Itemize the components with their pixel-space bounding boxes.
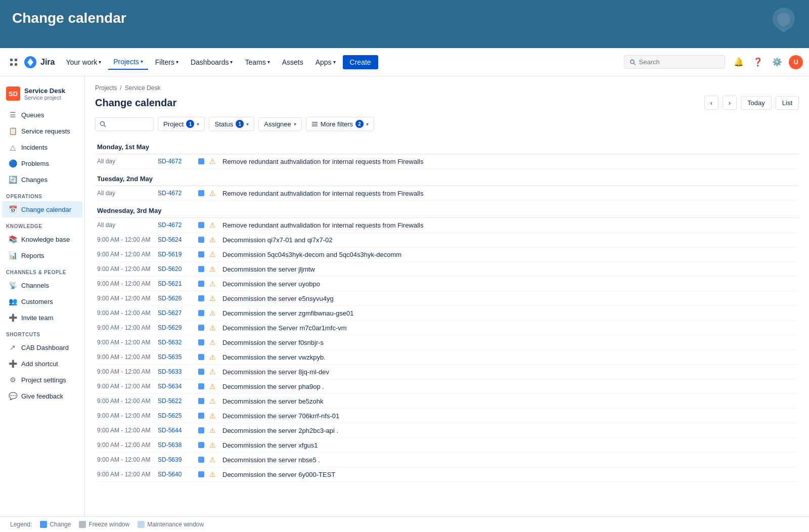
sidebar-item-channels[interactable]: 📡 Channels bbox=[2, 277, 82, 293]
event-time: 9:00 AM - 12:00 AM bbox=[97, 397, 153, 405]
ticket-id[interactable]: SD-5621 bbox=[158, 280, 193, 287]
calendar-row[interactable]: 9:00 AM - 12:00 AMSD-5622⚠Decommission t… bbox=[95, 394, 799, 409]
ticket-id[interactable]: SD-5619 bbox=[158, 251, 193, 258]
ticket-id[interactable]: SD-4672 bbox=[158, 221, 193, 229]
filter-search-icon bbox=[100, 121, 106, 127]
ticket-id[interactable]: SD-5632 bbox=[158, 339, 193, 346]
more-filters[interactable]: More filters 2 ▾ bbox=[306, 117, 374, 131]
nav-your-work[interactable]: Your work ▾ bbox=[61, 55, 106, 69]
sidebar-item-problems[interactable]: 🔵 Problems bbox=[2, 155, 82, 171]
assignee-filter[interactable]: Assignee ▾ bbox=[258, 117, 301, 131]
ticket-id[interactable]: SD-5634 bbox=[158, 383, 193, 390]
calendar-row[interactable]: All daySD-4672⚠Remove redundant authvali… bbox=[95, 218, 799, 233]
settings-button[interactable]: ⚙️ bbox=[770, 55, 785, 70]
sidebar-item-change-calendar[interactable]: 📅 Change calendar bbox=[2, 201, 82, 217]
sidebar-item-queues[interactable]: ☰ Queues bbox=[2, 107, 82, 123]
calendar-row[interactable]: 9:00 AM - 12:00 AMSD-5638⚠Decommission t… bbox=[95, 438, 799, 453]
search-input[interactable] bbox=[639, 58, 720, 66]
notifications-button[interactable]: 🔔 bbox=[731, 55, 746, 70]
warning-icon: ⚠ bbox=[209, 441, 217, 449]
sidebar-item-cab-dashboard[interactable]: ↗ CAB Dashboard bbox=[2, 339, 82, 356]
ticket-id[interactable]: SD-5627 bbox=[158, 309, 193, 317]
calendar-row[interactable]: 9:00 AM - 12:00 AMSD-5640⚠Decommission t… bbox=[95, 467, 799, 482]
calendar-row[interactable]: 9:00 AM - 12:00 AMSD-5635⚠Decommission t… bbox=[95, 350, 799, 365]
ticket-id[interactable]: SD-5638 bbox=[158, 441, 193, 449]
sidebar-item-incidents[interactable]: △ Incidents bbox=[2, 139, 82, 155]
more-filters-chevron: ▾ bbox=[366, 121, 369, 127]
prev-button[interactable]: ‹ bbox=[704, 96, 718, 110]
event-time: 9:00 AM - 12:00 AM bbox=[97, 412, 153, 419]
ticket-id[interactable]: SD-5629 bbox=[158, 324, 193, 331]
calendar-row[interactable]: 9:00 AM - 12:00 AMSD-5620⚠Decommission t… bbox=[95, 262, 799, 277]
calendar-row[interactable]: 9:00 AM - 12:00 AMSD-5639⚠Decommission t… bbox=[95, 453, 799, 467]
ticket-id[interactable]: SD-4672 bbox=[158, 190, 193, 197]
sidebar-item-invite-team[interactable]: ➕ Invite team bbox=[2, 309, 82, 326]
sidebar-item-add-shortcut[interactable]: ➕ Add shortcut bbox=[2, 356, 82, 372]
search-box[interactable] bbox=[624, 55, 725, 69]
event-title: Decommission the server nbse5 . bbox=[222, 456, 797, 464]
calendar-row[interactable]: 9:00 AM - 12:00 AMSD-5629⚠Decommission t… bbox=[95, 321, 799, 335]
filter-search-box[interactable] bbox=[95, 117, 154, 131]
calendar-row[interactable]: 9:00 AM - 12:00 AMSD-5624⚠Decommission q… bbox=[95, 233, 799, 247]
ticket-id[interactable]: SD-5626 bbox=[158, 295, 193, 302]
calendar-row[interactable]: 9:00 AM - 12:00 AMSD-5627⚠Decommission t… bbox=[95, 306, 799, 321]
calendar-row[interactable]: 9:00 AM - 12:00 AMSD-5625⚠Decommission t… bbox=[95, 409, 799, 423]
create-button[interactable]: Create bbox=[343, 55, 378, 69]
grid-icon[interactable] bbox=[6, 55, 21, 70]
ticket-id[interactable]: SD-5622 bbox=[158, 397, 193, 405]
calendar-row[interactable]: 9:00 AM - 12:00 AMSD-5633⚠Decommission t… bbox=[95, 365, 799, 379]
event-color-dot bbox=[198, 325, 204, 331]
event-color-dot bbox=[198, 354, 204, 360]
today-button[interactable]: Today bbox=[741, 96, 772, 110]
project-icon: SD bbox=[6, 86, 20, 101]
project-filter[interactable]: Project 1 ▾ bbox=[158, 117, 205, 131]
nav-projects[interactable]: Projects ▾ bbox=[108, 55, 148, 70]
ticket-id[interactable]: SD-5644 bbox=[158, 427, 193, 434]
nav-assets[interactable]: Assets bbox=[277, 55, 308, 69]
calendar-row[interactable]: 9:00 AM - 12:00 AMSD-5634⚠Decommission t… bbox=[95, 379, 799, 394]
more-filters-icon bbox=[311, 121, 318, 127]
user-avatar[interactable]: U bbox=[789, 55, 803, 69]
nav-logo[interactable]: Jira bbox=[23, 55, 55, 69]
calendar-row[interactable]: 9:00 AM - 12:00 AMSD-5626⚠Decommission t… bbox=[95, 291, 799, 306]
warning-icon: ⚠ bbox=[209, 353, 217, 361]
ticket-id[interactable]: SD-5635 bbox=[158, 353, 193, 361]
nav-apps[interactable]: Apps ▾ bbox=[310, 55, 341, 69]
ticket-id[interactable]: SD-5624 bbox=[158, 236, 193, 243]
nav-dashboards[interactable]: Dashboards ▾ bbox=[186, 55, 238, 69]
next-button[interactable]: › bbox=[723, 96, 737, 110]
calendar-row[interactable]: 9:00 AM - 12:00 AMSD-5619⚠Decommission 5… bbox=[95, 247, 799, 262]
sidebar-item-reports[interactable]: 📊 Reports bbox=[2, 247, 82, 263]
sidebar-item-changes[interactable]: 🔄 Changes bbox=[2, 171, 82, 188]
sidebar-item-knowledge-base[interactable]: 📚 Knowledge base bbox=[2, 231, 82, 247]
filter-search-input[interactable] bbox=[109, 120, 149, 128]
status-filter[interactable]: Status 1 ▾ bbox=[209, 117, 254, 131]
ticket-id[interactable]: SD-4672 bbox=[158, 158, 193, 165]
ticket-id[interactable]: SD-5620 bbox=[158, 265, 193, 273]
nav-filters[interactable]: Filters ▾ bbox=[150, 55, 184, 69]
calendar-row[interactable]: All daySD-4672⚠Remove redundant authvali… bbox=[95, 154, 799, 169]
calendar-row[interactable]: 9:00 AM - 12:00 AMSD-5644⚠Decommission t… bbox=[95, 423, 799, 438]
warning-icon: ⚠ bbox=[209, 338, 217, 346]
list-button[interactable]: List bbox=[776, 96, 799, 110]
calendar-row[interactable]: 9:00 AM - 12:00 AMSD-5621⚠Decommission t… bbox=[95, 277, 799, 291]
ticket-id[interactable]: SD-5639 bbox=[158, 456, 193, 463]
sidebar-item-give-feedback[interactable]: 💬 Give feedback bbox=[2, 388, 82, 404]
sidebar-item-project-settings[interactable]: ⚙ Project settings bbox=[2, 372, 82, 388]
legend-maintenance: Maintenance window bbox=[138, 521, 204, 528]
sidebar-item-service-requests[interactable]: 📋 Service requests bbox=[2, 123, 82, 139]
calendar-row[interactable]: All daySD-4672⚠Remove redundant authvali… bbox=[95, 186, 799, 201]
calendar-row[interactable]: 9:00 AM - 12:00 AMSD-5632⚠Decommission t… bbox=[95, 335, 799, 350]
breadcrumb-service-desk[interactable]: Service Desk bbox=[125, 84, 161, 92]
breadcrumb-projects[interactable]: Projects bbox=[95, 84, 117, 92]
legend-change-dot bbox=[40, 521, 47, 528]
help-button[interactable]: ❓ bbox=[750, 55, 766, 70]
ticket-id[interactable]: SD-5625 bbox=[158, 412, 193, 419]
svg-rect-2 bbox=[10, 63, 13, 66]
ticket-id[interactable]: SD-5633 bbox=[158, 368, 193, 375]
ticket-id[interactable]: SD-5640 bbox=[158, 471, 193, 478]
sidebar-item-customers[interactable]: 👥 Customers bbox=[2, 293, 82, 309]
page-header: Change calendar ‹ › Today List bbox=[95, 96, 799, 110]
warning-icon: ⚠ bbox=[209, 250, 217, 258]
nav-teams[interactable]: Teams ▾ bbox=[240, 55, 275, 69]
